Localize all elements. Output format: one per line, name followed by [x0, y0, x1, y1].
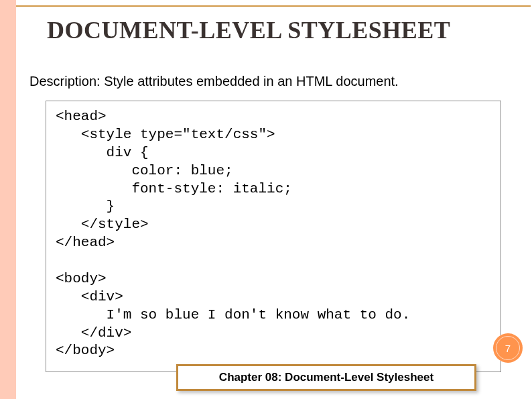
top-divider [16, 5, 531, 7]
code-content: <head> <style type="text/css"> div { col… [46, 101, 501, 367]
page-number-text: 7 [496, 336, 520, 360]
slide-title: DOCUMENT-LEVEL STYLESHEET [47, 16, 450, 44]
left-accent-bar [0, 0, 16, 399]
description-text: Description: Style attributes embedded i… [29, 74, 399, 89]
chapter-label: Chapter 08: Document-Level Stylesheet [176, 364, 476, 391]
code-example-box: <head> <style type="text/css"> div { col… [46, 101, 501, 372]
page-number-badge: 7 [493, 333, 523, 363]
